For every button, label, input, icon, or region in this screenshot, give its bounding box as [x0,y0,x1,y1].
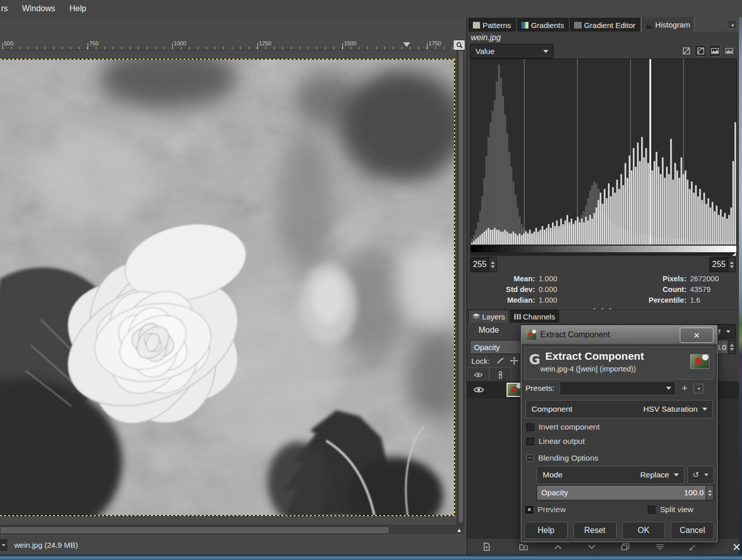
canvas-area[interactable] [0,49,456,525]
vertical-scrollbar[interactable] [457,49,465,525]
channel-select[interactable]: Value [470,44,553,59]
blend-space-button[interactable]: ↺ [687,466,714,484]
ruler-tick-label: 500 [4,40,13,46]
reset-button[interactable]: Reset [573,522,617,539]
range-low-spinner[interactable]: 255 [470,257,497,272]
opacity-value: 100.0 [684,488,706,497]
histogram-icon [646,21,653,28]
spinner-arrows[interactable] [489,257,496,272]
linear-space-button[interactable] [709,45,721,57]
tab-histogram[interactable]: Histogram [641,17,695,32]
layers-tab-bar: Layers Channels ◂ [467,309,739,323]
ruler-tick-label: 1250 [259,40,271,46]
stat-label: Pixels: [662,275,686,283]
spinner-arrows[interactable] [728,257,735,272]
presets-menu-button[interactable]: ◂ [694,384,703,393]
ruler-pointer-marker [403,42,410,47]
duplicate-layer-button[interactable] [619,541,631,553]
gimp-window: rs Windows Help 5007501000125015001750 [0,0,742,560]
vertical-scrollbar-thumb[interactable] [458,50,464,523]
horizontal-ruler[interactable]: 5007501000125015001750 [0,40,455,50]
link-column-header[interactable] [489,367,511,382]
histogram-plot[interactable] [470,59,737,245]
blending-options-expander[interactable]: − Blending Options [526,454,598,463]
invert-component-checkbox[interactable] [526,423,534,431]
new-layer-button[interactable] [481,541,493,553]
zoom-tool-icon[interactable] [453,40,465,50]
blend-mode-select[interactable]: Mode Replace [537,466,684,484]
help-button[interactable]: Help [524,522,568,539]
ruler-tick [257,43,258,49]
linear-output-label: Linear output [539,437,585,446]
lower-layer-button[interactable] [586,541,598,553]
logarithmic-histogram-button[interactable] [695,45,706,57]
merge-layer-button[interactable] [654,541,666,553]
visibility-column-header[interactable] [467,367,489,382]
spinner-arrows[interactable] [728,340,735,354]
linear-histogram-button[interactable] [680,45,692,57]
lock-pixels-brush-icon[interactable] [496,357,504,365]
component-select[interactable]: Component HSV Saturation [525,400,713,418]
tab-label: Channels [523,312,555,321]
cancel-button[interactable]: Cancel [671,522,714,539]
spinner-arrows[interactable] [706,486,713,500]
tab-layers[interactable]: Layers [468,310,509,323]
opacity-label: Opacity [541,488,568,497]
ruler-tick-label: 1750 [429,40,441,46]
split-view-checkbox[interactable] [648,506,655,514]
menubar: rs Windows Help [0,0,742,17]
range-high-spinner[interactable]: 255 [709,257,736,272]
horizontal-scrollbar-thumb[interactable] [0,526,389,534]
tab-gradients[interactable]: Gradients [517,18,569,32]
layer-visibility-eye-icon[interactable] [473,386,484,393]
lock-position-move-icon[interactable] [510,357,518,365]
menu-item-windows[interactable]: Windows [15,0,62,17]
linear-output-checkbox[interactable] [526,438,534,445]
histogram-range-slider[interactable] [470,252,736,256]
canvas-image[interactable] [0,59,455,516]
histogram-gradient-strip [470,245,737,253]
anchor-layer-button[interactable] [686,541,699,553]
range-handle-right[interactable] [732,252,736,256]
new-layer-group-button[interactable] [517,541,529,553]
stat-value: 43579 [690,285,710,294]
tab-channels[interactable]: Channels [510,310,559,323]
close-icon[interactable]: ✕ [680,328,713,343]
tab-label: Patterns [483,21,511,30]
layer-boundary-right [454,59,455,516]
rose-photo [0,60,455,516]
preview-checkbox[interactable]: ✕ [525,506,533,514]
horizontal-scrollbar[interactable]: ▲ [0,525,464,535]
menu-item-partial[interactable]: rs [0,0,15,17]
navigation-button[interactable]: ▲ [455,526,463,534]
component-value: HSV Saturation [643,405,698,414]
histogram-image-name: wein.jpg [471,32,501,44]
tab-patterns[interactable]: Patterns [468,18,516,32]
zoom-level-combo[interactable] [0,538,8,552]
chevron-down-icon [666,387,671,390]
reset-icon: ↺ [693,470,699,479]
tab-gradient-editor[interactable]: Gradient Editor [570,18,640,32]
ruler-tick-label: 750 [89,40,98,46]
menu-item-help[interactable]: Help [62,0,93,17]
range-high-value: 255 [710,260,728,269]
split-view-label: Split view [660,505,693,514]
raise-layer-button[interactable] [552,541,564,553]
invert-component-row: Invert component [526,422,600,432]
tab-label: Histogram [655,20,690,29]
delete-layer-button[interactable] [730,541,742,553]
ok-button[interactable]: OK [622,522,666,539]
opacity-slider[interactable]: Opacity 100.0 [537,485,714,500]
collapse-icon[interactable]: − [526,455,534,462]
stat-value: 1.000 [539,275,557,283]
dialog-title-bar[interactable]: Extract Component ✕ [521,326,717,344]
status-bar: wein.jpg (24.9 MB) [0,536,464,553]
perceptual-space-button[interactable] [723,45,735,57]
presets-select[interactable] [560,381,676,395]
dock-menu-button[interactable]: ◂ [728,20,737,29]
channel-select-value: Value [475,47,494,56]
stat-value: 1.000 [539,296,557,304]
component-label: Component [532,405,572,414]
add-preset-button[interactable]: + [682,383,687,394]
tab-label: Layers [482,312,505,321]
